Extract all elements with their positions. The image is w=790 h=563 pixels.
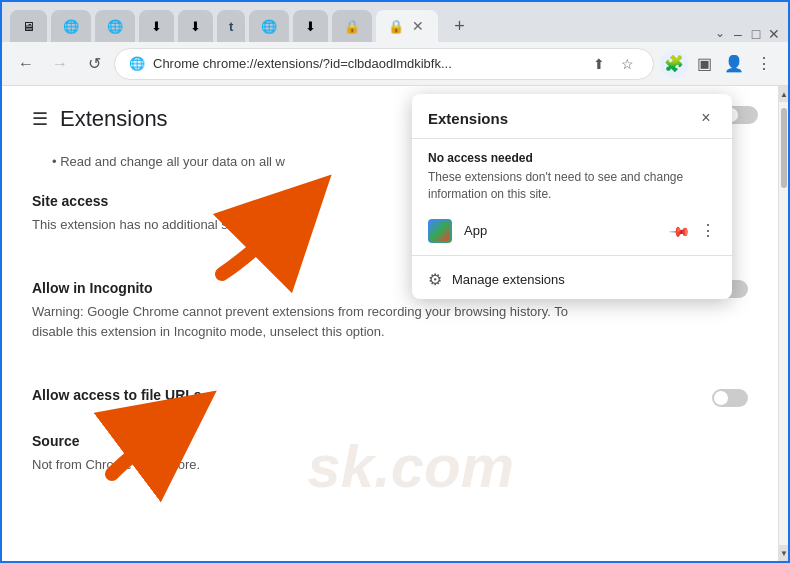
extensions-button[interactable]: 🧩	[660, 50, 688, 78]
chevron-up-icon[interactable]: ⌄	[714, 26, 726, 38]
source-section: Source Not from Chrome Web Store.	[32, 433, 748, 476]
extension-menu-icon[interactable]: ⋮	[700, 221, 716, 240]
tab-5[interactable]: ⬇	[178, 10, 213, 42]
file-urls-toggle[interactable]	[712, 389, 748, 407]
tab-active-favicon: 🔒	[388, 19, 404, 34]
tab-8-favicon: ⬇	[305, 19, 316, 34]
tab-list: 🖥 🌐 🌐 ⬇ ⬇ t 🌐	[10, 10, 712, 42]
no-access-label: No access needed	[412, 139, 732, 169]
browser-window: 🖥 🌐 🌐 ⬇ ⬇ t 🌐	[2, 2, 788, 561]
popup-divider	[412, 255, 732, 256]
new-tab-button[interactable]: +	[446, 12, 473, 41]
no-access-description: These extensions don't need to see and c…	[412, 169, 732, 211]
nav-bar: ← → ↺ 🌐 Chrome chrome://extensions/?id=c…	[2, 42, 788, 86]
share-icon[interactable]: ⬆	[587, 52, 611, 76]
scroll-down-arrow[interactable]: ▼	[779, 545, 788, 561]
popup-title: Extensions	[428, 110, 508, 127]
page-title: Extensions	[60, 106, 168, 132]
scroll-thumb[interactable]	[781, 108, 787, 188]
nav-right-buttons: 🧩 ▣ 👤 ⋮	[660, 50, 778, 78]
tab-4[interactable]: ⬇	[139, 10, 174, 42]
tab-9-favicon: 🔒	[344, 19, 360, 34]
tab-7[interactable]: 🌐	[249, 10, 289, 42]
tab-3-favicon: 🌐	[107, 19, 123, 34]
scroll-up-arrow[interactable]: ▲	[779, 86, 788, 102]
address-text: Chrome chrome://extensions/?id=clbdaodlm…	[153, 56, 579, 71]
pin-icon[interactable]: 📌	[668, 219, 691, 242]
tab-6-favicon: t	[229, 19, 233, 34]
tab-3[interactable]: 🌐	[95, 10, 135, 42]
source-label: Source	[32, 433, 748, 449]
hamburger-icon[interactable]: ☰	[32, 108, 48, 130]
tab-8[interactable]: ⬇	[293, 10, 328, 42]
tab-9[interactable]: 🔒	[332, 10, 372, 42]
extensions-popup: Extensions × No access needed These exte…	[412, 94, 732, 299]
tab-bar: 🖥 🌐 🌐 ⬇ ⬇ t 🌐	[2, 2, 788, 42]
popup-header: Extensions ×	[412, 94, 732, 139]
lock-icon: 🌐	[129, 56, 145, 71]
minimize-button[interactable]: –	[732, 26, 744, 38]
source-value: Not from Chrome Web Store.	[32, 455, 748, 476]
incognito-description: Warning: Google Chrome cannot prevent ex…	[32, 302, 612, 344]
sidebar-button[interactable]: ▣	[690, 50, 718, 78]
tab-6[interactable]: t	[217, 10, 245, 42]
forward-button[interactable]: →	[46, 50, 74, 78]
tab-5-favicon: ⬇	[190, 19, 201, 34]
menu-button[interactable]: ⋮	[750, 50, 778, 78]
file-urls-section: Allow access to file URLs	[32, 387, 748, 409]
file-urls-label: Allow access to file URLs	[32, 387, 202, 403]
address-bar-icons: ⬆ ☆	[587, 52, 639, 76]
extension-icon	[428, 219, 452, 243]
close-button[interactable]: ✕	[768, 26, 780, 38]
extension-icon-inner	[430, 221, 450, 241]
address-bar[interactable]: 🌐 Chrome chrome://extensions/?id=clbdaod…	[114, 48, 654, 80]
tab-1[interactable]: 🖥	[10, 10, 47, 42]
window-controls: ⌄ – □ ✕	[714, 26, 780, 42]
tab-4-favicon: ⬇	[151, 19, 162, 34]
popup-close-button[interactable]: ×	[696, 108, 716, 128]
tab-close-btn[interactable]: ✕	[410, 18, 426, 34]
extension-name: App	[464, 223, 659, 238]
star-icon[interactable]: ☆	[615, 52, 639, 76]
gear-icon: ⚙	[428, 270, 442, 289]
page-area: sk.com ☰ Extensions er mode • Read and c…	[2, 86, 788, 561]
manage-extensions-row[interactable]: ⚙ Manage extensions	[412, 260, 732, 299]
back-button[interactable]: ←	[12, 50, 40, 78]
tab-2[interactable]: 🌐	[51, 10, 91, 42]
scrollbar[interactable]: ▲ ▼	[778, 86, 788, 561]
profile-button[interactable]: 👤	[720, 50, 748, 78]
extension-row-app[interactable]: App 📌 ⋮	[412, 211, 732, 251]
maximize-button[interactable]: □	[750, 26, 762, 38]
tab-7-favicon: 🌐	[261, 19, 277, 34]
tab-1-favicon: 🖥	[22, 19, 35, 34]
tab-2-favicon: 🌐	[63, 19, 79, 34]
tab-active[interactable]: 🔒 ✕	[376, 10, 438, 42]
manage-extensions-label: Manage extensions	[452, 272, 565, 287]
reload-button[interactable]: ↺	[80, 50, 108, 78]
